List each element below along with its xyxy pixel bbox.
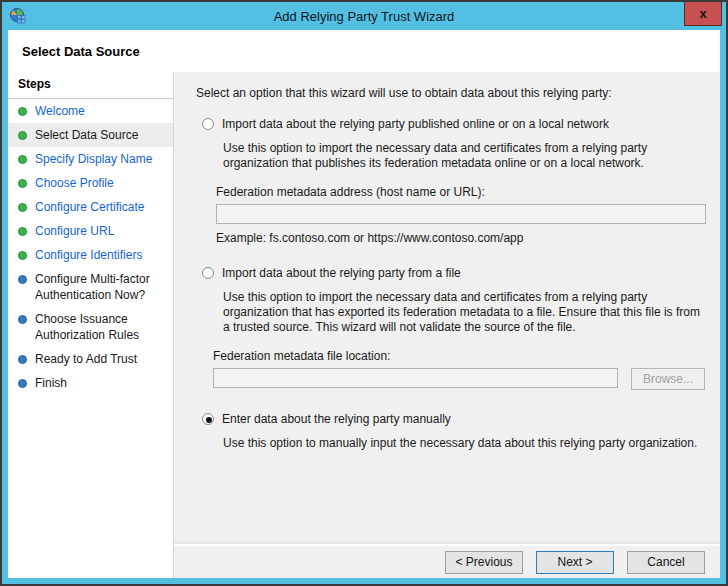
step-bullet-icon	[18, 179, 27, 188]
sidebar-item-select-data-source[interactable]: Select Data Source	[8, 123, 173, 147]
step-bullet-icon	[18, 315, 27, 324]
page-instruction: Select an option that this wizard will u…	[196, 86, 712, 101]
sidebar-item-configure-url[interactable]: Configure URL	[8, 219, 173, 243]
step-bullet-icon	[18, 227, 27, 236]
steps-sidebar: Steps Welcome Select Data Source Specify…	[8, 72, 174, 578]
radio-button-selected-icon[interactable]	[202, 413, 214, 425]
radio-option-enter-manually[interactable]: Enter data about the relying party manua…	[202, 412, 712, 427]
titlebar: Add Relying Party Trust Wizard x	[2, 2, 726, 30]
option-description: Use this option to import the necessary …	[223, 290, 700, 335]
step-bullet-icon	[18, 251, 27, 260]
sidebar-item-finish: Finish	[8, 371, 173, 395]
metadata-address-example: Example: fs.contoso.com or https://www.c…	[216, 231, 712, 246]
radio-button-icon[interactable]	[202, 267, 214, 279]
step-bullet-icon	[18, 131, 27, 140]
window-title: Add Relying Party Trust Wizard	[2, 2, 726, 30]
step-bullet-icon	[18, 155, 27, 164]
wizard-window: Add Relying Party Trust Wizard x Select …	[0, 0, 728, 586]
step-bullet-icon	[18, 355, 27, 364]
step-bullet-icon	[18, 203, 27, 212]
option-description: Use this option to manually input the ne…	[223, 436, 700, 451]
step-bullet-icon	[18, 379, 27, 388]
sidebar-item-configure-certificate[interactable]: Configure Certificate	[8, 195, 173, 219]
previous-button[interactable]: < Previous	[445, 551, 523, 574]
radio-label: Import data about the relying party publ…	[222, 117, 609, 132]
sidebar-item-ready-to-add-trust: Ready to Add Trust	[8, 347, 173, 371]
page-header: Select Data Source	[8, 30, 720, 72]
sidebar-item-configure-multifactor: Configure Multi-factor Authentication No…	[8, 267, 173, 307]
sidebar-item-specify-display-name[interactable]: Specify Display Name	[8, 147, 173, 171]
radio-option-import-online[interactable]: Import data about the relying party publ…	[202, 117, 712, 132]
option-description: Use this option to import the necessary …	[223, 141, 700, 171]
step-bullet-icon	[18, 275, 27, 284]
radio-option-import-file[interactable]: Import data about the relying party from…	[202, 266, 712, 281]
close-button[interactable]: x	[684, 2, 722, 26]
wizard-body: Select Data Source Steps Welcome Select …	[8, 30, 720, 578]
metadata-address-label: Federation metadata address (host name o…	[216, 185, 712, 200]
metadata-file-input	[213, 368, 618, 388]
sidebar-item-choose-issuance-rules: Choose Issuance Authorization Rules	[8, 307, 173, 347]
cancel-button[interactable]: Cancel	[627, 551, 705, 574]
metadata-address-input	[216, 204, 706, 224]
browse-button: Browse...	[631, 368, 705, 390]
sidebar-item-choose-profile[interactable]: Choose Profile	[8, 171, 173, 195]
next-button[interactable]: Next >	[536, 551, 614, 574]
steps-heading: Steps	[8, 72, 173, 99]
page-title: Select Data Source	[22, 44, 140, 59]
metadata-file-label: Federation metadata file location:	[213, 349, 712, 364]
step-bullet-icon	[18, 107, 27, 116]
radio-label: Import data about the relying party from…	[222, 266, 461, 281]
wizard-button-bar: < Previous Next > Cancel	[174, 544, 720, 578]
radio-label: Enter data about the relying party manua…	[222, 412, 451, 427]
wizard-page-content: Select an option that this wizard will u…	[174, 72, 720, 544]
sidebar-item-configure-identifiers[interactable]: Configure Identifiers	[8, 243, 173, 267]
sidebar-item-welcome[interactable]: Welcome	[8, 99, 173, 123]
radio-button-icon[interactable]	[202, 118, 214, 130]
